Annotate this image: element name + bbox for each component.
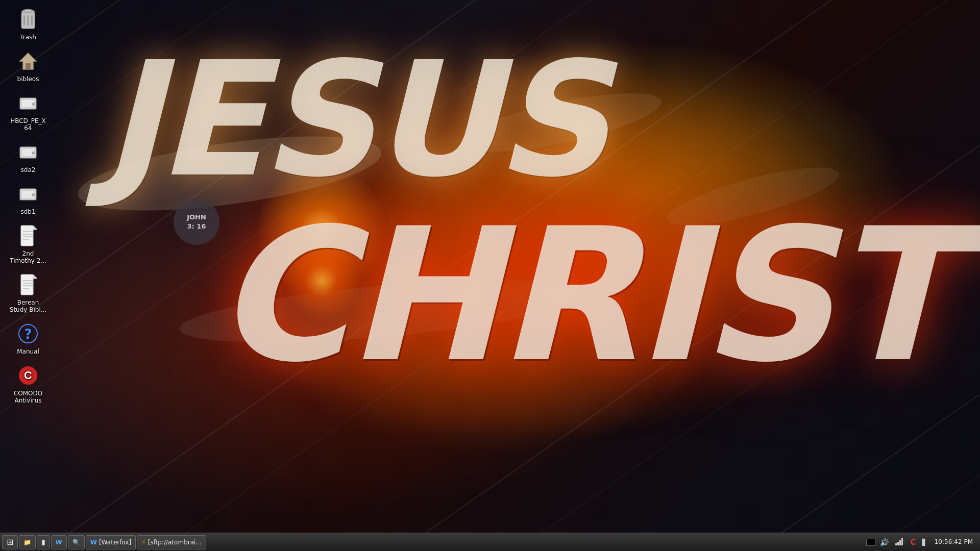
taskbar-systray: 🔊 C ▋ 10:56:42 PM <box>866 537 978 547</box>
desktop-icon-sdb1[interactable]: sdb1 <box>4 179 53 218</box>
volume-icon[interactable]: 🔊 <box>878 538 890 546</box>
svg-rect-4 <box>31 15 33 26</box>
start-icon: ⊞ <box>7 537 13 547</box>
comodo-tray-icon[interactable]: C <box>909 538 917 547</box>
waterfox-window-label: [Waterfox] <box>99 539 131 546</box>
sda2-label: sda2 <box>21 166 36 173</box>
desktop-icon-area: Trash bibleos HBCD_PE_X64 <box>0 0 56 411</box>
drive-icon-hbcd <box>16 91 40 115</box>
svg-marker-24 <box>33 274 37 279</box>
christ-heading: CHRIST <box>214 204 952 388</box>
waterfox-launcher-icon: W <box>56 539 62 546</box>
svg-text:C: C <box>24 369 32 382</box>
search-button[interactable]: 🔍 <box>68 535 85 549</box>
doc-icon-berean <box>16 272 40 297</box>
svg-point-10 <box>32 103 35 106</box>
desktop-icon-comodo[interactable]: C COMODOAntivirus <box>4 360 53 407</box>
sftp-window-icon: ⚡ <box>141 539 145 546</box>
svg-rect-36 <box>901 538 903 545</box>
doc-icon-timothy <box>16 223 40 248</box>
jesus-heading: JESUS <box>102 41 605 199</box>
taskbar-windows: W [Waterfox] ⚡ [sftp://atombrai... <box>86 535 866 549</box>
taskbar-left: ⊞ 📁 ▮ W 🔍 <box>2 535 85 549</box>
waterfox-window-icon: W <box>90 539 97 546</box>
bibleos-label: bibleos <box>17 76 39 83</box>
verse-name: JOHN <box>187 213 206 222</box>
filemanager-button[interactable]: 📁 <box>19 535 36 549</box>
svg-rect-2 <box>23 15 25 26</box>
sftp-window-button[interactable]: ⚡ [sftp://atombrai... <box>137 535 206 549</box>
battery-icon[interactable]: ▋ <box>920 539 928 546</box>
desktop-icon-sda2[interactable]: sda2 <box>4 137 53 177</box>
start-button[interactable]: ⊞ <box>2 535 18 549</box>
verse-ref: 3: 16 <box>187 222 206 231</box>
waterfox-window-button[interactable]: W [Waterfox] <box>86 535 136 549</box>
desktop-icon-trash[interactable]: Trash <box>4 4 53 44</box>
taskbar: ⊞ 📁 ▮ W 🔍 W [Waterfox] ⚡ [sftp://atombra… <box>0 533 980 551</box>
berean-label: BereanStudy Bibl... <box>10 299 46 313</box>
svg-rect-23 <box>21 274 33 295</box>
clock-time: 10:56:42 PM <box>935 538 973 546</box>
verse-badge: JOHN 3: 16 <box>174 199 219 245</box>
home-icon <box>16 49 40 73</box>
manual-label: Manual <box>17 348 39 355</box>
svg-rect-7 <box>26 63 31 69</box>
sdb1-label: sdb1 <box>20 208 35 215</box>
desktop-icon-bibleos[interactable]: bibleos <box>4 46 53 86</box>
terminal-button[interactable]: ▮ <box>37 535 50 549</box>
drive-icon-sdb1 <box>16 182 40 206</box>
drive-icon-sda2 <box>16 140 40 164</box>
desktop-icon-berean[interactable]: BereanStudy Bibl... <box>4 269 53 316</box>
svg-rect-5 <box>24 10 32 12</box>
sftp-window-label: [sftp://atombrai... <box>148 539 202 546</box>
network-icon[interactable] <box>893 537 905 547</box>
svg-rect-33 <box>895 543 897 545</box>
filemanager-icon: 📁 <box>23 539 31 546</box>
svg-rect-34 <box>897 542 899 545</box>
waterfox-launcher[interactable]: W <box>51 535 67 549</box>
terminal-icon: ▮ <box>41 538 45 546</box>
desktop-icon-manual[interactable]: ? Manual <box>4 318 53 358</box>
desktop-icon-timothy[interactable]: 2ndTimothy 2... <box>4 220 53 267</box>
svg-point-16 <box>32 193 35 196</box>
hbcd-label: HBCD_PE_X64 <box>10 117 46 132</box>
desktop-icon-hbcd[interactable]: HBCD_PE_X64 <box>4 88 53 135</box>
svg-rect-35 <box>899 540 901 545</box>
timothy-label: 2ndTimothy 2... <box>10 250 46 264</box>
trash-icon <box>16 7 40 32</box>
svg-marker-18 <box>33 226 37 230</box>
search-icon: 🔍 <box>72 539 80 546</box>
svg-rect-17 <box>21 226 33 246</box>
svg-rect-3 <box>28 15 29 26</box>
system-clock: 10:56:42 PM <box>932 538 976 546</box>
screen-indicator <box>866 539 875 546</box>
help-icon: ? <box>16 321 40 346</box>
trash-label: Trash <box>20 34 36 41</box>
comodo-label: COMODOAntivirus <box>14 390 42 404</box>
svg-text:?: ? <box>24 327 32 342</box>
comodo-icon: C <box>16 363 40 388</box>
svg-point-13 <box>32 152 35 155</box>
